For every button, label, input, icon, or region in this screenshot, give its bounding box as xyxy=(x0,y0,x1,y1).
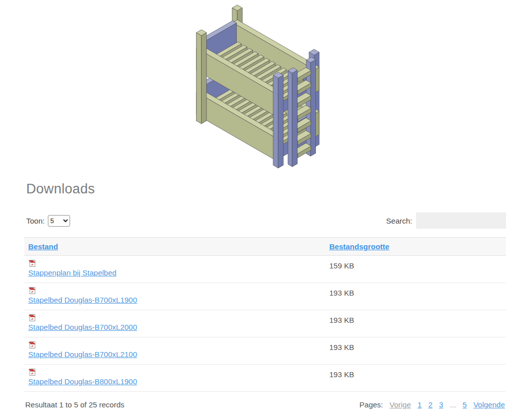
file-cell: Stapelbed Douglas-B700xL1900 xyxy=(24,283,326,310)
file-download-link[interactable]: Stapelbed Douglas-B800xL1900 xyxy=(28,377,137,386)
pdf-icon xyxy=(28,314,36,322)
pagination-page-3[interactable]: 3 xyxy=(439,400,443,409)
bunk-bed-illustration xyxy=(195,3,321,170)
file-size: 193 KB xyxy=(326,310,506,337)
pagination-prev-link[interactable]: Vorige xyxy=(390,400,411,409)
table-row: Stapelbed Douglas-B800xL1900 193 KB xyxy=(24,365,506,392)
pdf-icon xyxy=(28,259,36,267)
downloads-table: Bestand Bestandsgrootte Stappenplan bij … xyxy=(24,237,506,392)
file-cell: Stapelbed Douglas-B700xL2100 xyxy=(24,337,326,365)
page-title: Downloads xyxy=(26,181,506,197)
pagination: Pages: Vorige 1 2 3 ... 5 Volgende xyxy=(359,400,505,409)
search-control: Search: xyxy=(386,213,506,229)
pagination-next-link[interactable]: Volgende xyxy=(473,400,505,409)
table-row: Stapelbed Douglas-B700xL2000 193 KB xyxy=(24,310,506,337)
result-count-text: Resultaat 1 to 5 of 25 records xyxy=(25,400,124,409)
file-size: 193 KB xyxy=(326,283,506,310)
file-download-link[interactable]: Stapelbed Douglas-B700xL1900 xyxy=(28,296,137,304)
table-controls: Toon: 5 Search: xyxy=(24,212,506,229)
file-download-link[interactable]: Stappenplan bij Stapelbed xyxy=(28,268,116,277)
table-row: Stapelbed Douglas-B700xL2100 193 KB xyxy=(24,337,506,365)
table-header-row: Bestand Bestandsgrootte xyxy=(24,238,506,256)
search-input[interactable] xyxy=(416,213,506,229)
pagination-page-2[interactable]: 2 xyxy=(428,400,432,409)
column-header-bestandsgrootte: Bestandsgrootte xyxy=(326,238,506,256)
table-footer: Resultaat 1 to 5 of 25 records Pages: Vo… xyxy=(24,400,506,409)
show-entries-label: Toon: xyxy=(26,217,45,225)
show-entries-select[interactable]: 5 xyxy=(48,215,70,227)
pagination-page-1[interactable]: 1 xyxy=(418,400,422,409)
pagination-ellipsis: ... xyxy=(450,400,457,409)
search-label: Search: xyxy=(386,217,412,225)
table-row: Stappenplan bij Stapelbed 159 KB xyxy=(24,256,506,283)
file-size: 193 KB xyxy=(326,337,506,365)
file-size: 159 KB xyxy=(326,256,506,283)
file-cell: Stapelbed Douglas-B700xL2000 xyxy=(24,310,326,337)
pdf-icon xyxy=(28,368,36,376)
file-download-link[interactable]: Stapelbed Douglas-B700xL2000 xyxy=(28,323,137,331)
file-size: 193 KB xyxy=(326,365,506,392)
hero-image-area xyxy=(0,0,516,173)
file-cell: Stapelbed Douglas-B800xL1900 xyxy=(24,365,326,392)
table-row: Stapelbed Douglas-B700xL1900 193 KB xyxy=(24,283,506,310)
pdf-icon xyxy=(28,287,36,295)
pages-label: Pages: xyxy=(359,400,383,409)
file-download-link[interactable]: Stapelbed Douglas-B700xL2100 xyxy=(28,350,137,359)
column-header-bestand: Bestand xyxy=(24,238,326,256)
show-entries-control: Toon: 5 xyxy=(24,215,70,227)
sort-bestandsgrootte-link[interactable]: Bestandsgrootte xyxy=(330,242,390,251)
sort-bestand-link[interactable]: Bestand xyxy=(28,242,58,251)
file-cell: Stappenplan bij Stapelbed xyxy=(24,256,326,283)
downloads-section: Downloads Toon: 5 Search: Bestand Bestan… xyxy=(24,181,506,409)
pagination-page-5[interactable]: 5 xyxy=(463,400,467,409)
pdf-icon xyxy=(28,341,36,349)
